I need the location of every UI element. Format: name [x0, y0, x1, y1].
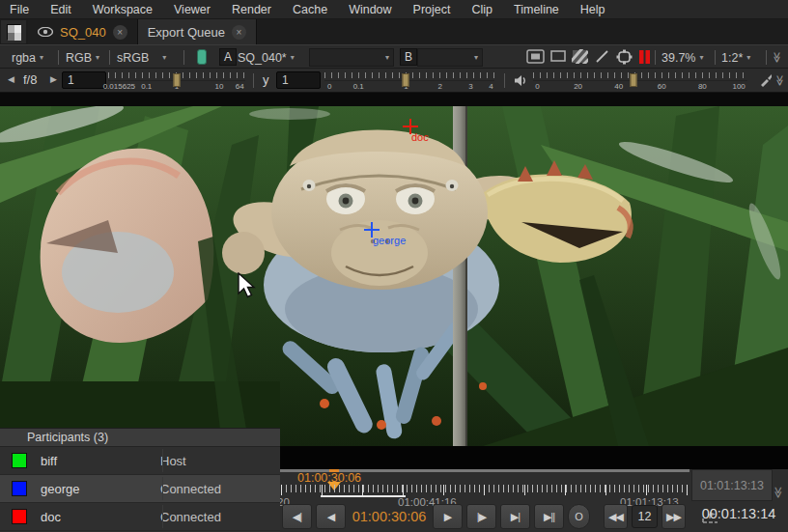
proxy-dropdown[interactable]: 1:2*▾ [721, 45, 750, 70]
menu-workspace[interactable]: Workspace [93, 3, 153, 16]
pane-menu-button[interactable] [1, 20, 26, 43]
loop-mode-button[interactable]: O [568, 504, 590, 529]
menu-bar: File Edit Workspace Viewer Render Cache … [0, 0, 788, 19]
colorspace-value: sRGB [117, 51, 149, 65]
transport-controls: ◀| ◀ 01:00:30:06 ▶ |▶ ▶| ▶|| O ◀◀ 12 ▶▶ [282, 504, 718, 529]
display-dropdown[interactable]: RGB▾ [66, 45, 99, 70]
tick-label: 0 [535, 82, 539, 91]
tick-label: 0.1 [141, 82, 152, 91]
menu-render[interactable]: Render [232, 3, 271, 16]
diagonal-stripes-icon [572, 49, 588, 64]
participant-color-swatch [12, 509, 27, 524]
divider [655, 50, 656, 65]
zoom-value: 39.7% [661, 51, 695, 65]
menu-viewer[interactable]: Viewer [174, 3, 211, 16]
participant-row[interactable]: biff Host [0, 447, 280, 475]
input-a-dropdown[interactable]: SQ_040*▾ [238, 45, 295, 70]
color-sample-button[interactable] [759, 73, 773, 87]
eyedropper-icon [759, 73, 773, 87]
roi-button[interactable] [616, 49, 633, 65]
gamma-slider[interactable]: 0 0.1 1 2 3 4 [324, 72, 494, 92]
chevron-expand-icon: ≫ [774, 75, 786, 87]
column-divider [162, 477, 163, 500]
tab-sq-040[interactable]: SQ_040 × [28, 19, 138, 44]
menu-file[interactable]: File [10, 3, 29, 16]
toolbar-expand-button[interactable]: ≫ [772, 50, 783, 64]
fstop-label[interactable]: f/8 [23, 72, 37, 87]
chevron-down-icon: ▾ [96, 53, 99, 62]
current-timecode[interactable]: 01:00:30:06 [350, 509, 429, 524]
colorspace-dropdown[interactable]: sRGB▾ [117, 45, 166, 70]
participant-name: doc [41, 510, 156, 524]
fast-backward-button[interactable]: ◀◀ [604, 504, 628, 529]
gamma-slider-handle[interactable] [403, 73, 409, 87]
go-to-end-button[interactable]: ▶|| [534, 504, 564, 529]
participants-title: Participants (3) [27, 431, 108, 444]
tick-label: 2 [437, 82, 441, 91]
application-window: File Edit Workspace Viewer Render Cache … [0, 0, 788, 532]
exposure-toolbar: ◀ f/8 ▶ 1 0.015625 0.1 1 10 64 y 1 0 0.1… [0, 69, 788, 93]
volume-slider[interactable]: 0 20 40 60 80 100 [533, 72, 747, 92]
chevron-down-icon: ▾ [162, 53, 166, 62]
gain-slider-handle[interactable] [174, 73, 181, 87]
volume-slider-handle[interactable] [631, 73, 637, 87]
menu-clip[interactable]: Clip [472, 3, 493, 16]
participant-row[interactable]: george Connected [0, 475, 280, 503]
menu-window[interactable]: Window [349, 3, 391, 16]
end-timecode-box: 01:01:13:13 [691, 469, 773, 501]
framed-rect-icon [526, 49, 545, 64]
display-value: RGB [66, 51, 92, 65]
fstop-next-button[interactable]: ▶ [50, 74, 57, 84]
participants-header[interactable]: Participants (3) [0, 429, 280, 447]
wipe-mode-dropdown[interactable]: ▾ [309, 48, 394, 67]
play-button[interactable]: ▶ [433, 504, 463, 529]
close-icon[interactable]: × [232, 25, 246, 40]
menu-edit[interactable]: Edit [50, 3, 71, 16]
tag-icon[interactable] [197, 49, 207, 65]
gain-slider[interactable]: 0.015625 0.1 1 10 64 [108, 72, 245, 92]
wipe-button[interactable] [595, 49, 609, 64]
volume-mute-button[interactable] [514, 74, 527, 87]
display-window-button[interactable] [526, 49, 545, 64]
chevron-expand-icon: ≫ [771, 52, 783, 64]
tick-label: 60 [658, 82, 666, 91]
menu-help[interactable]: Help [580, 3, 605, 16]
tab-export-queue[interactable]: Export Queue × [138, 19, 257, 44]
viewer-canvas[interactable]: doc george [0, 93, 788, 446]
next-edit-button[interactable]: ▶| [500, 504, 530, 529]
timeline-ruler[interactable] [281, 485, 689, 495]
chevron-expand-icon[interactable]: ≫ [772, 487, 785, 499]
tick-label: 3 [468, 82, 472, 91]
viewer-toolbar: rgba▾ RGB▾ sRGB▾ A SQ_040*▾ ▾ B ▾ 39.7%▾ [0, 44, 788, 69]
play-backward-button[interactable]: ◀ [316, 504, 346, 529]
participant-name: biff [41, 454, 156, 468]
format-rect-button[interactable] [550, 50, 566, 62]
checkerboard-button[interactable] [572, 49, 588, 64]
pause-render-button[interactable] [638, 50, 651, 64]
close-icon[interactable]: × [113, 25, 127, 40]
menu-cache[interactable]: Cache [293, 3, 327, 16]
zoom-dropdown[interactable]: 39.7%▾ [661, 45, 703, 70]
chevron-down-icon: ▾ [474, 53, 478, 62]
input-b-dropdown[interactable]: ▾ [417, 48, 483, 67]
input-a-label: A [219, 48, 237, 66]
roi-gear-icon [616, 49, 633, 65]
gain-input[interactable]: 1 [62, 71, 106, 89]
channels-dropdown[interactable]: rgba▾ [12, 45, 43, 70]
fps-input[interactable]: 12 [632, 505, 658, 528]
toolbar2-expand-button[interactable]: ≫ [774, 73, 786, 87]
menu-timeline[interactable]: Timeline [514, 3, 559, 16]
fast-forward-button[interactable]: ▶▶ [661, 504, 686, 529]
gamma-input[interactable]: 1 [276, 71, 321, 89]
slider-ticks [324, 72, 494, 78]
participant-row[interactable]: doc Connected [0, 503, 280, 531]
step-forward-button[interactable]: |▶ [466, 504, 496, 529]
channels-value: rgba [12, 51, 36, 65]
participant-name: george [41, 482, 156, 496]
chevron-down-icon: ▾ [699, 53, 703, 62]
mouse-cursor-icon [238, 272, 257, 299]
fstop-prev-button[interactable]: ◀ [8, 74, 14, 84]
go-to-start-button[interactable]: ◀| [282, 504, 312, 529]
divider [504, 73, 505, 88]
menu-project[interactable]: Project [413, 3, 451, 16]
